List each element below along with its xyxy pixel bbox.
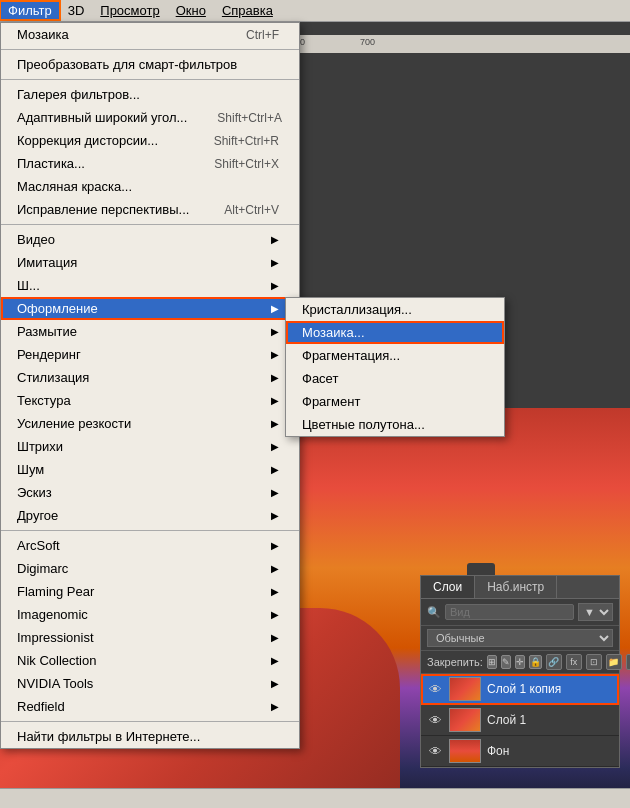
filter-redfield[interactable]: Redfield ▶ [1, 695, 299, 718]
filter-imitation[interactable]: Имитация ▶ [1, 251, 299, 274]
lock-all-icon[interactable]: 🔒 [529, 655, 542, 669]
filter-smart[interactable]: Преобразовать для смарт-фильтров [1, 53, 299, 76]
layer-name-bg: Фон [487, 744, 613, 758]
filter-noise2[interactable]: Шум ▶ [1, 458, 299, 481]
submenu-fragment[interactable]: Фрагмент [286, 390, 504, 413]
ruler-mark-700: 700 [360, 37, 375, 47]
layer-thumb-bg [449, 739, 481, 763]
submenu-fragments[interactable]: Фрагментация... [286, 344, 504, 367]
submenu-crystallize[interactable]: Кристаллизация... [286, 298, 504, 321]
filter-video[interactable]: Видео ▶ [1, 228, 299, 251]
filter-find-online[interactable]: Найти фильтры в Интернете... [1, 725, 299, 748]
layer-group-icon[interactable]: 📁 [606, 654, 622, 670]
filter-nvidia[interactable]: NVIDIA Tools ▶ [1, 672, 299, 695]
menu-window[interactable]: Окно [168, 1, 214, 20]
menu-3d[interactable]: 3D [60, 1, 93, 20]
filter-blur[interactable]: Размытие ▶ [1, 320, 299, 343]
layer-style-icon[interactable]: fx [566, 654, 582, 670]
layer-delete-icon[interactable]: 🗑 [626, 654, 630, 670]
filter-adaptive[interactable]: Адаптивный широкий угол... Shift+Ctrl+A [1, 106, 299, 129]
layer-thumb-copy [449, 677, 481, 701]
filter-stylize[interactable]: Стилизация ▶ [1, 366, 299, 389]
submenu-facet[interactable]: Фасет [286, 367, 504, 390]
filter-other[interactable]: Другое ▶ [1, 504, 299, 527]
filter-strokes[interactable]: Штрихи ▶ [1, 435, 299, 458]
layers-search-row: 🔍 ▼ [421, 599, 619, 626]
layers-filter-input[interactable] [445, 604, 574, 620]
tab-layers[interactable]: Слои [421, 576, 475, 598]
filter-gallery[interactable]: Галерея фильтров... [1, 83, 299, 106]
filter-distortion[interactable]: Коррекция дисторсии... Shift+Ctrl+R [1, 129, 299, 152]
blend-mode-select[interactable]: Обычные [427, 629, 613, 647]
layer-eye-copy[interactable]: 👁 [427, 681, 443, 697]
filter-flaming[interactable]: Flaming Pear ▶ [1, 580, 299, 603]
status-bar [0, 788, 630, 808]
lock-move-icon[interactable]: ✛ [515, 655, 525, 669]
layers-tabs: Слои Наб.инстр [421, 576, 619, 599]
layer-mask-icon[interactable]: ⊡ [586, 654, 602, 670]
submenu-halftone[interactable]: Цветные полутона... [286, 413, 504, 436]
layers-panel: Слои Наб.инстр 🔍 ▼ Обычные Закрепить: ⊞ … [420, 575, 620, 768]
layer-name-copy: Слой 1 копия [487, 682, 613, 696]
layer-thumb-1 [449, 708, 481, 732]
filter-impressionist[interactable]: Impressionist ▶ [1, 626, 299, 649]
layer-row-copy[interactable]: 👁 Слой 1 копия [421, 674, 619, 705]
filter-perspective[interactable]: Исправление перспективы... Alt+Ctrl+V [1, 198, 299, 221]
oformlenie-submenu: Кристаллизация... Мозаика... Фрагментаци… [285, 297, 505, 437]
layer-action-icons: 🔗 fx ⊡ 📁 🗑 [546, 654, 630, 670]
filter-noise[interactable]: Ш... ▶ [1, 274, 299, 297]
submenu-mosaic[interactable]: Мозаика... [286, 321, 504, 344]
menu-help[interactable]: Справка [214, 1, 281, 20]
layer-eye-bg[interactable]: 👁 [427, 743, 443, 759]
filter-oil[interactable]: Масляная краска... [1, 175, 299, 198]
layer-eye-1[interactable]: 👁 [427, 712, 443, 728]
tab-nabistr[interactable]: Наб.инстр [475, 576, 557, 598]
layers-lock-row: Закрепить: ⊞ ✎ ✛ 🔒 🔗 fx ⊡ 📁 🗑 [421, 651, 619, 674]
filter-nik[interactable]: Nik Collection ▶ [1, 649, 299, 672]
menubar: Фильтр 3D Просмотр Окно Справка [0, 0, 630, 22]
lock-label: Закрепить: [427, 656, 483, 668]
layers-blend-row: Обычные [421, 626, 619, 651]
layer-link-icon[interactable]: 🔗 [546, 654, 562, 670]
filter-texture[interactable]: Текстура ▶ [1, 389, 299, 412]
filter-imagenomic[interactable]: Imagenomic ▶ [1, 603, 299, 626]
search-icon: 🔍 [427, 606, 441, 619]
menu-filter[interactable]: Фильтр [0, 1, 60, 20]
lock-position-icon[interactable]: ⊞ [487, 655, 497, 669]
filter-plastic[interactable]: Пластика... Shift+Ctrl+X [1, 152, 299, 175]
filter-arcsoft[interactable]: ArcSoft ▶ [1, 534, 299, 557]
layer-row-1[interactable]: 👁 Слой 1 [421, 705, 619, 736]
filter-sketch[interactable]: Эскиз ▶ [1, 481, 299, 504]
layer-row-bg[interactable]: 👁 Фон [421, 736, 619, 767]
filter-last[interactable]: Мозаика Ctrl+F [1, 23, 299, 46]
layer-name-1: Слой 1 [487, 713, 613, 727]
filter-rendering[interactable]: Рендеринг ▶ [1, 343, 299, 366]
layers-filter-select[interactable]: ▼ [578, 603, 613, 621]
filter-digimarc[interactable]: Digimarc ▶ [1, 557, 299, 580]
filter-oformlenie[interactable]: Оформление ▶ Кристаллизация... Мозаика..… [1, 297, 299, 320]
filter-sharpen[interactable]: Усиление резкости ▶ [1, 412, 299, 435]
menu-view[interactable]: Просмотр [92, 1, 167, 20]
lock-pixel-icon[interactable]: ✎ [501, 655, 511, 669]
filter-dropdown: Мозаика Ctrl+F Преобразовать для смарт-ф… [0, 22, 300, 749]
